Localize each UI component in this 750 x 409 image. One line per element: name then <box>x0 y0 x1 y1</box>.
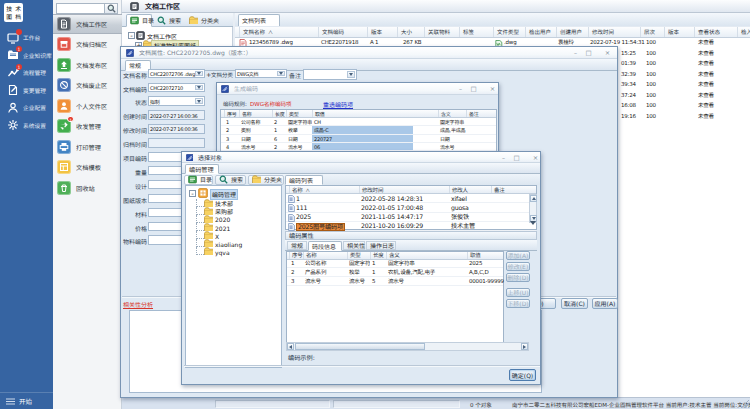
code-input[interactable]: CHC22072710 <box>148 83 205 93</box>
doclist-col-6[interactable]: 文件类型 <box>493 27 525 37</box>
nav-item-3[interactable]: 变更管理 <box>0 82 53 100</box>
resize-grip[interactable] <box>740 399 749 408</box>
doc-class-input[interactable]: DWG文档 <box>235 69 287 79</box>
close-button[interactable]: × <box>486 85 499 94</box>
codeprops-btn-3[interactable]: 上移(U) <box>506 288 530 297</box>
combo-arrow-icon[interactable] <box>195 71 203 77</box>
codelist-row-0[interactable]: 1 2022-05-28 14:28:31 xifael <box>286 194 536 203</box>
minimize-button[interactable]: – <box>497 154 510 163</box>
gencode-col-6[interactable]: 备注 <box>466 110 498 118</box>
doclist-col-5[interactable]: 标签 <box>459 27 493 37</box>
codeprops-row-0[interactable]: 1 公司名称 固定字符串 1 固定字符串 2025 <box>287 260 503 269</box>
relevance-link[interactable]: 相关性分析 <box>123 300 153 309</box>
explorer-tab-1[interactable]: 搜索 <box>154 15 184 27</box>
codeprops-col-4[interactable]: 含义 <box>386 252 467 259</box>
minimize-button[interactable]: – <box>569 49 582 58</box>
explorer-tab-2[interactable]: 分类夹 <box>186 15 223 27</box>
gencode-col-1[interactable]: 名称 <box>239 110 272 118</box>
maximize-button[interactable]: □ <box>510 154 523 163</box>
module-item-8[interactable]: 回收站 <box>53 178 122 199</box>
codeprops-row-2[interactable]: 3 流水号 流水号 5 流水号 00001-99999 <box>287 277 503 286</box>
close-button[interactable]: × <box>529 154 542 163</box>
codelist-vscrollbar[interactable] <box>529 194 537 223</box>
select-tab[interactable]: 编码管理 <box>185 164 219 174</box>
doclist-col-2[interactable]: 版本 <box>367 27 397 37</box>
combo-arrow-icon[interactable] <box>195 98 203 104</box>
nav-item-2[interactable]: 1 流程管理 <box>0 64 53 82</box>
module-item-5[interactable]: 1 收发管理 <box>53 116 122 137</box>
doclist-col-13[interactable]: 检入状态 <box>737 27 750 37</box>
nav-item-0[interactable]: 工作台 <box>0 29 53 47</box>
scroll-up-icon[interactable] <box>532 195 536 200</box>
codelist-col-2[interactable]: 修改人 <box>449 186 491 193</box>
doclist-col-9[interactable]: 修改时间 <box>588 27 640 37</box>
select-toolbar-btn-0[interactable]: 目录 <box>184 175 213 185</box>
tree-collapse-icon[interactable]: - <box>128 32 135 39</box>
doc-name-input[interactable]: CHC22072706 .dwg <box>148 69 205 79</box>
codeprops-hscrollbar[interactable] <box>286 342 529 351</box>
gencode-titlebar[interactable]: 生成编码 –□× <box>217 83 498 95</box>
codelist-col-0[interactable]: 名称∧ <box>289 186 359 193</box>
props-apply-button[interactable]: 应用(A) <box>592 298 618 309</box>
select-ok-button[interactable]: 确定(Q) <box>509 369 536 381</box>
explorer-tab-0[interactable]: 目录 <box>126 14 152 27</box>
codeprops-row-1[interactable]: 2 产品系列 枚举 1 农机,设备,汽配,电子 A,B,C,D <box>287 268 503 277</box>
codelist-row-3[interactable]: 2025图号编码项 2021-10-20 16:09:29 技术主管 <box>286 222 536 231</box>
maximize-button[interactable]: □ <box>582 49 595 58</box>
combo-arrow-icon[interactable] <box>195 85 203 91</box>
gencode-col-0[interactable]: 序号 <box>224 110 239 118</box>
doclist-col-7[interactable]: 检出用户 <box>525 27 556 37</box>
nav-item-5[interactable]: 系统设置 <box>0 117 53 135</box>
scroll-left-icon[interactable] <box>287 345 292 349</box>
select-titlebar[interactable]: 选择对象 –□× <box>182 152 540 163</box>
props-cancel-button[interactable]: 取消(C) <box>561 298 588 309</box>
codeprops-col-2[interactable]: 类型 <box>347 252 370 259</box>
doc-props-titlebar[interactable]: 文档属性: CHC22072705.dwg（版本：） –□× <box>121 47 617 59</box>
codelist-col-1[interactable]: 修改时间 <box>359 186 449 193</box>
module-item-6[interactable]: 打印管理 <box>53 137 122 158</box>
module-item-1[interactable]: 文档归档区 <box>53 34 122 55</box>
select-tree-root[interactable]: 编码管理 <box>210 189 238 200</box>
gencode-col-4[interactable]: 取值 <box>312 110 438 118</box>
doclist-col-11[interactable]: 版本 <box>664 27 694 37</box>
module-item-0[interactable]: 文档工作区 <box>53 14 122 35</box>
note-scroll-icon[interactable] <box>347 71 355 78</box>
doclist-col-12[interactable]: 查看状态 <box>694 27 737 37</box>
nav-item-4[interactable]: 企业配置 <box>0 99 53 117</box>
codeprops-btn-2[interactable]: 删除(D) <box>506 273 530 282</box>
combo-arrow-icon[interactable] <box>277 71 285 77</box>
codeprops-btn-1[interactable]: 修改(E) <box>506 262 530 271</box>
gencode-col-5[interactable]: 含义 <box>438 110 466 118</box>
search-input[interactable] <box>56 3 105 14</box>
codeprops-tab-2[interactable]: 相关性 <box>343 241 365 250</box>
doclist-col-8[interactable]: 创建用户 <box>556 27 588 37</box>
close-button[interactable]: × <box>601 49 614 58</box>
codeprops-col-1[interactable]: 名称 <box>303 252 347 259</box>
doclist-col-4[interactable]: 关联物料 <box>424 27 459 37</box>
scroll-thumb[interactable] <box>295 343 425 350</box>
maximize-button[interactable]: □ <box>467 85 480 94</box>
ctime-input[interactable]: 2022-07-27 16:00:36 <box>148 110 205 120</box>
doclist-col-0[interactable]: 文档名称∧ <box>239 27 318 37</box>
select-toolbar-btn-1[interactable]: 搜索 <box>215 175 246 185</box>
codeprops-tab-3[interactable]: 操作日志 <box>366 241 396 250</box>
note-textarea[interactable] <box>303 69 357 80</box>
module-item-3[interactable]: 文档废止区 <box>53 75 122 96</box>
doclist-col-3[interactable]: 大小 <box>397 27 424 37</box>
gencode-row-1[interactable]: 2 类别 1 枚举 成品-C 成品,半成品 <box>221 126 496 134</box>
module-item-2[interactable]: 文档发布区 <box>53 55 122 76</box>
search-button[interactable] <box>105 3 118 14</box>
codeprops-btn-4[interactable]: 下移(D) <box>506 299 530 308</box>
gencode-col-3[interactable]: 类型 <box>286 110 312 118</box>
module-item-4[interactable]: 个人文件区 <box>53 96 122 117</box>
mtime-input[interactable]: 2022-07-27 16:00:36 <box>148 124 205 134</box>
splitter-grip-icon[interactable] <box>530 221 536 228</box>
codeprops-tab-1[interactable]: 码段信息 <box>308 241 342 251</box>
gencode-row-0[interactable]: 1 公司名称 2 固定字符串 CH 固定字符串 <box>221 118 496 126</box>
codeprops-col-5[interactable]: 取值 <box>467 252 505 259</box>
minimize-button[interactable]: – <box>454 85 467 94</box>
module-item-7[interactable]: 文档模板 <box>53 157 122 178</box>
gencode-row-3[interactable]: 4 流水号 2 流水号 06 流水号 <box>221 143 496 151</box>
state-input[interactable]: 拟制 <box>148 96 205 106</box>
codelist-col-3[interactable]: 备注 <box>491 186 538 193</box>
